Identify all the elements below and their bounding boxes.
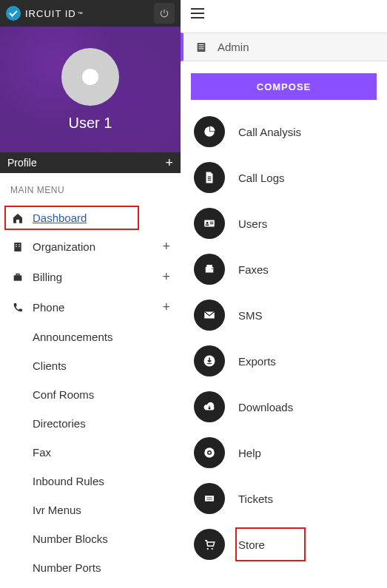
profile-bar-label: Profile <box>7 157 37 169</box>
profile-expand-icon[interactable]: + <box>165 155 173 171</box>
action-label: Call Logs <box>238 172 285 184</box>
svg-rect-7 <box>198 43 206 52</box>
home-icon <box>10 212 25 224</box>
phone-sub-item[interactable]: Number Blocks <box>0 524 181 553</box>
action-store[interactable]: Store <box>181 521 387 567</box>
action-label: Help <box>238 447 261 459</box>
nav-label: Phone <box>33 301 64 314</box>
phone-sub-item[interactable]: Ivr Menus <box>0 496 181 524</box>
nav-phone[interactable]: Phone + <box>0 292 181 322</box>
admin-icon <box>195 41 209 53</box>
action-help[interactable]: Help <box>181 430 387 476</box>
svg-rect-0 <box>14 243 21 251</box>
briefcase-icon <box>10 271 25 283</box>
svg-rect-9 <box>199 46 204 47</box>
nav-label: Dashboard <box>33 212 87 224</box>
lifebuoy-icon <box>194 437 225 468</box>
action-downloads[interactable]: Downloads <box>181 384 387 430</box>
action-label: Exports <box>238 355 276 368</box>
phone-sub-item[interactable]: Directories <box>0 409 181 438</box>
nav-label: Organization <box>33 240 95 253</box>
profile-username: User 1 <box>69 115 112 132</box>
power-icon <box>159 8 169 18</box>
nav-dashboard[interactable]: Dashboard <box>0 204 181 232</box>
file-icon <box>194 162 225 193</box>
expand-icon[interactable]: + <box>162 269 170 285</box>
action-call-logs[interactable]: Call Logs <box>181 155 387 200</box>
action-label: Call Analysis <box>238 126 301 138</box>
compose-button[interactable]: COMPOSE <box>191 73 377 100</box>
profile-panel: User 1 <box>0 27 181 152</box>
action-label: Downloads <box>238 401 293 413</box>
action-exports[interactable]: Exports <box>181 338 387 384</box>
brand-logo: IRCUIT ID ™ <box>6 6 84 21</box>
admin-label: Admin <box>218 41 249 53</box>
svg-rect-4 <box>18 246 19 246</box>
envelope-icon <box>194 300 225 331</box>
idcard-icon <box>194 208 225 239</box>
phone-icon <box>10 302 25 314</box>
ticket-icon <box>194 483 225 514</box>
action-tickets[interactable]: Tickets <box>181 476 387 521</box>
brand-text: IRCUIT ID <box>25 8 76 19</box>
profile-bar[interactable]: Profile + <box>0 152 181 173</box>
download-fill-icon <box>194 345 225 376</box>
brand-tm: ™ <box>78 11 84 16</box>
cloud-down-icon <box>194 391 225 422</box>
phone-sub-item[interactable]: Number Ports <box>0 553 181 582</box>
action-users[interactable]: Users <box>181 200 387 246</box>
svg-rect-1 <box>16 244 16 245</box>
phone-sub-item[interactable]: Conf Rooms <box>0 380 181 409</box>
svg-rect-8 <box>199 44 204 45</box>
action-faxes[interactable]: Faxes <box>181 246 387 292</box>
expand-icon[interactable]: + <box>162 239 170 254</box>
hamburger-button[interactable] <box>191 8 204 18</box>
main-nav: Dashboard Organization + Billing + Phone… <box>0 204 181 582</box>
nav-label: Billing <box>33 271 62 283</box>
admin-section-header[interactable]: Admin <box>181 33 387 61</box>
avatar[interactable] <box>61 48 119 106</box>
right-header <box>181 0 387 27</box>
logo-mark-icon <box>6 6 21 21</box>
action-list: Call AnalysisCall LogsUsersFaxesSMSExpor… <box>181 104 387 572</box>
power-button[interactable] <box>154 3 175 24</box>
action-label: Faxes <box>238 263 269 276</box>
phone-sub-item[interactable]: Clients <box>0 351 181 380</box>
svg-rect-2 <box>18 244 19 245</box>
action-call-analysis[interactable]: Call Analysis <box>181 109 387 155</box>
left-header: IRCUIT ID ™ <box>0 0 181 27</box>
nav-organization[interactable]: Organization + <box>0 232 181 262</box>
action-label: SMS <box>238 309 263 322</box>
cart-icon <box>194 529 225 560</box>
svg-rect-6 <box>16 274 19 275</box>
action-label: Tickets <box>238 493 273 505</box>
action-label: Store <box>238 538 265 551</box>
svg-rect-10 <box>199 48 204 49</box>
main-menu-heading: MAIN MENU <box>0 173 181 204</box>
svg-rect-5 <box>14 275 22 280</box>
pie-icon <box>194 116 225 147</box>
phone-sub-item[interactable]: Inbound Rules <box>0 467 181 496</box>
phone-sub-item[interactable]: Fax <box>0 438 181 467</box>
expand-icon[interactable]: + <box>162 300 170 315</box>
nav-billing[interactable]: Billing + <box>0 262 181 292</box>
action-sms[interactable]: SMS <box>181 292 387 338</box>
building-icon <box>10 241 25 253</box>
action-label: Users <box>238 217 267 230</box>
fax-icon <box>194 254 225 285</box>
phone-submenu: AnnouncementsClientsConf RoomsDirectorie… <box>0 322 181 582</box>
svg-rect-3 <box>16 246 16 246</box>
phone-sub-item[interactable]: Announcements <box>0 322 181 351</box>
